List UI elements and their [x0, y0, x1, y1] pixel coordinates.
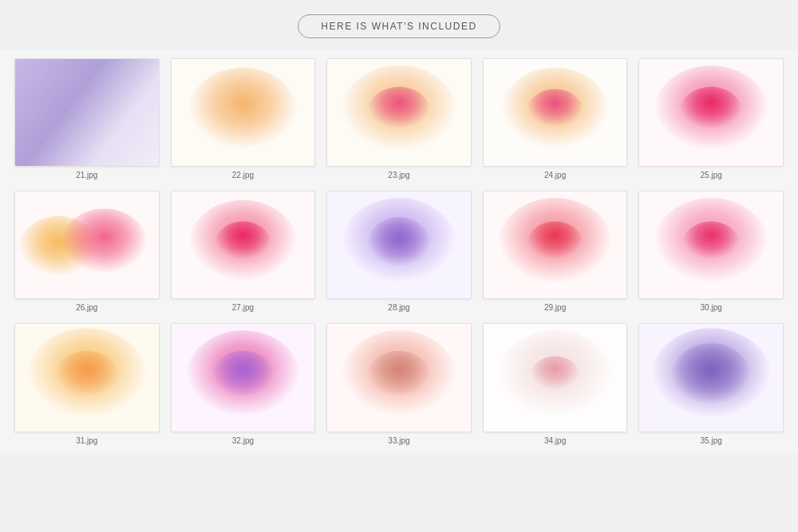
canvas-26	[15, 191, 159, 298]
image-label-27: 27.jpg	[232, 303, 254, 312]
image-label-21: 21.jpg	[76, 171, 97, 179]
canvas-35	[639, 324, 783, 431]
image-label-22: 22.jpg	[232, 171, 254, 179]
thumbnail-26[interactable]	[14, 191, 160, 299]
image-label-30: 30.jpg	[701, 303, 722, 312]
thumbnail-21[interactable]	[14, 58, 160, 167]
header-badge: HERE IS WHAT'S INCLUDED	[298, 14, 500, 38]
grid-item: 27.jpg	[171, 191, 316, 312]
image-label-23: 23.jpg	[388, 171, 409, 179]
thumbnail-30[interactable]	[638, 191, 784, 299]
thumbnail-32[interactable]	[171, 323, 316, 432]
grid-item: 35.jpg	[638, 323, 784, 444]
canvas-33	[327, 324, 471, 431]
canvas-30	[639, 191, 783, 298]
grid-item: 21.jpg	[14, 58, 160, 179]
grid-container: 21.jpg22.jpg23.jpg24.jpg25.jpg26.jpg27.j…	[0, 50, 798, 453]
grid-item: 24.jpg	[483, 58, 628, 179]
image-label-34: 34.jpg	[544, 436, 566, 445]
image-label-31: 31.jpg	[76, 436, 97, 445]
grid-item: 31.jpg	[14, 323, 160, 444]
image-grid: 21.jpg22.jpg23.jpg24.jpg25.jpg26.jpg27.j…	[14, 58, 784, 445]
grid-item: 23.jpg	[326, 58, 472, 179]
image-label-32: 32.jpg	[232, 436, 254, 445]
grid-item: 29.jpg	[483, 191, 628, 312]
grid-item: 26.jpg	[14, 191, 160, 312]
canvas-25	[639, 59, 783, 166]
thumbnail-28[interactable]	[326, 191, 472, 299]
grid-item: 30.jpg	[638, 191, 784, 312]
grid-item: 28.jpg	[326, 191, 472, 312]
canvas-28	[327, 191, 471, 298]
canvas-21	[15, 59, 159, 166]
thumbnail-25[interactable]	[638, 58, 784, 167]
image-label-35: 35.jpg	[701, 436, 722, 445]
image-label-26: 26.jpg	[76, 303, 97, 312]
image-label-29: 29.jpg	[544, 303, 566, 312]
thumbnail-23[interactable]	[326, 58, 472, 167]
grid-item: 25.jpg	[638, 58, 784, 179]
canvas-24	[484, 59, 627, 166]
thumbnail-24[interactable]	[483, 58, 628, 167]
grid-item: 22.jpg	[171, 58, 316, 179]
image-label-24: 24.jpg	[544, 171, 566, 179]
thumbnail-22[interactable]	[171, 58, 316, 167]
canvas-23	[327, 59, 471, 166]
canvas-29	[484, 191, 627, 298]
grid-item: 32.jpg	[171, 323, 316, 444]
thumbnail-34[interactable]	[483, 323, 628, 432]
image-label-33: 33.jpg	[388, 436, 409, 445]
thumbnail-29[interactable]	[483, 191, 628, 299]
image-label-28: 28.jpg	[388, 303, 409, 312]
thumbnail-35[interactable]	[638, 323, 784, 432]
image-label-25: 25.jpg	[701, 171, 722, 179]
thumbnail-27[interactable]	[171, 191, 316, 299]
canvas-31	[15, 324, 159, 431]
thumbnail-33[interactable]	[326, 323, 472, 432]
header: HERE IS WHAT'S INCLUDED	[0, 0, 798, 50]
thumbnail-31[interactable]	[14, 323, 160, 432]
canvas-22	[172, 59, 315, 166]
grid-item: 33.jpg	[326, 323, 472, 444]
canvas-34	[484, 324, 627, 431]
canvas-27	[172, 191, 315, 298]
grid-item: 34.jpg	[483, 323, 628, 444]
canvas-32	[172, 324, 315, 431]
